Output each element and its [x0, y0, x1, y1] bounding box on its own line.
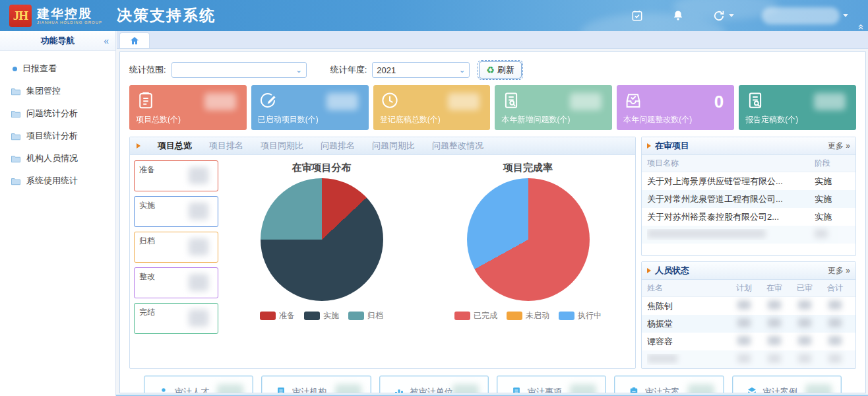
- button-audited-units[interactable]: 被审计单位: [379, 376, 489, 393]
- stat-card-rectified-issues[interactable]: 0 本年问题整改数(个): [617, 85, 734, 130]
- legend-item[interactable]: 执行中: [559, 310, 602, 321]
- tab-issue-yoy[interactable]: 问题同期比: [372, 140, 415, 152]
- more-link[interactable]: 更多 »: [828, 265, 850, 277]
- value-redacted: [798, 354, 811, 363]
- sidebar-item-daily-report[interactable]: 日报查看: [0, 57, 115, 80]
- legend-item[interactable]: 归档: [348, 310, 383, 321]
- sidebar-item-org-staff[interactable]: 机构人员情况: [0, 147, 115, 170]
- chart-row: 准备 实施 归档 整改: [130, 155, 635, 337]
- value-redacted: [570, 93, 602, 110]
- legend-item[interactable]: 准备: [260, 310, 295, 321]
- page-title: 决策支持系统: [117, 5, 216, 26]
- stat-card-value: 0: [714, 92, 724, 112]
- table-row[interactable]: 关于对常州龙泉管道工程有限公司... 实施: [642, 190, 855, 208]
- button-audit-organization[interactable]: 审计机构: [261, 376, 371, 393]
- table-row[interactable]: 焦陈钊: [642, 297, 855, 315]
- button-audit-cases[interactable]: 审计案例: [732, 376, 842, 393]
- button-audit-matters[interactable]: 审计事项: [497, 376, 606, 393]
- sidebar-item-group-control[interactable]: 集团管控: [0, 80, 115, 102]
- table-row[interactable]: 谭容容: [642, 333, 855, 350]
- table-row-clipped[interactable]: [642, 350, 855, 368]
- content-panel: 统计范围: ⌄ 统计年度: 2021 ⌄ ♻ 刷新: [119, 51, 866, 393]
- bullet-dot-icon: [13, 67, 17, 71]
- button-label: 审计方案: [645, 386, 679, 393]
- tab-project-overview[interactable]: 项目总览: [158, 140, 192, 152]
- refresh-button[interactable]: ♻ 刷新: [479, 61, 522, 79]
- sidebar-item-label: 日报查看: [22, 63, 57, 75]
- sidebar-item-system-usage[interactable]: 系统使用统计: [0, 170, 115, 192]
- value-redacted: [452, 384, 479, 393]
- pie-completion-rate[interactable]: [467, 178, 590, 301]
- sidebar-item-label: 系统使用统计: [26, 175, 78, 187]
- value-redacted: [189, 310, 208, 327]
- pie-project-distribution[interactable]: [261, 178, 383, 301]
- tab-home[interactable]: [119, 32, 150, 48]
- stat-cards-row: 项目总数(个) 已启动项目数(个) 登记底稿总数(个): [129, 85, 856, 130]
- year-select[interactable]: 2021 ⌄: [372, 62, 470, 78]
- tab-issue-rectification[interactable]: 问题整改情况: [432, 140, 483, 152]
- tab-project-yoy[interactable]: 项目同期比: [261, 140, 303, 152]
- legend-item[interactable]: 未启动: [507, 310, 549, 321]
- button-audit-plan[interactable]: 审计方案: [614, 376, 724, 393]
- table-row[interactable]: 关于对苏州裕景泰控股有限公司2... 实施: [642, 208, 855, 226]
- clipboard-icon: [628, 386, 640, 393]
- value-redacted: [828, 354, 842, 363]
- pie-chart-project-distribution: 在审项目分布 准备 实施: [218, 160, 425, 334]
- legend-item[interactable]: 实施: [304, 310, 339, 321]
- value-redacted: [204, 93, 236, 110]
- stat-card-registered-drafts[interactable]: 登记底稿总数(个): [373, 85, 491, 130]
- sidebar-collapse-icon[interactable]: «: [104, 36, 109, 46]
- bar-chart-icon: [393, 386, 405, 393]
- user-menu[interactable]: [762, 7, 848, 24]
- tab-issue-ranking[interactable]: 问题排名: [321, 140, 355, 152]
- stat-card-label: 报告定稿数(个): [745, 114, 798, 125]
- stat-card-started-projects[interactable]: 已启动项目数(个): [251, 85, 369, 130]
- year-select-value: 2021: [377, 65, 396, 75]
- tab-strip: [117, 31, 868, 49]
- stat-card-total-projects[interactable]: 项目总数(个): [129, 85, 247, 130]
- home-icon: [129, 36, 140, 46]
- scope-select[interactable]: ⌄: [171, 62, 307, 78]
- panel-title: 人员状态: [655, 265, 689, 277]
- button-label: 审计案例: [763, 386, 797, 393]
- recycle-icon: ♻: [486, 65, 495, 75]
- stat-card-final-reports[interactable]: 报告定稿数(个): [739, 85, 856, 130]
- sidebar-item-issue-stats[interactable]: 问题统计分析: [0, 102, 115, 125]
- stage-box-rectify: 整改: [134, 267, 218, 298]
- main-area: 统计范围: ⌄ 统计年度: 2021 ⌄ ♻ 刷新: [117, 31, 868, 396]
- chevron-down-icon: ⌄: [295, 66, 301, 75]
- tab-project-ranking[interactable]: 项目排名: [209, 140, 243, 152]
- folder-icon: [11, 154, 21, 163]
- legend-swatch: [348, 312, 364, 320]
- stat-card-new-issues[interactable]: 本年新增问题数(个): [495, 85, 612, 130]
- scope-label: 统计范围:: [129, 64, 166, 76]
- button-label: 审计人才: [175, 386, 209, 393]
- button-audit-talent[interactable]: 审计人才: [144, 376, 253, 393]
- sidebar-title: 功能导航: [41, 35, 75, 47]
- cube-icon: [746, 386, 758, 393]
- text-redacted: [647, 229, 766, 238]
- sidebar-item-project-stats[interactable]: 项目统计分析: [0, 125, 115, 147]
- legend-swatch: [559, 312, 574, 320]
- stage-box-complete: 完结: [134, 303, 218, 334]
- stage-box-prepare: 准备: [134, 160, 218, 191]
- pie-chart-completion-rate: 项目完成率 已完成 未启动: [425, 160, 631, 334]
- doc-wrench-icon: [745, 90, 765, 110]
- legend-item[interactable]: 已完成: [454, 310, 497, 321]
- value-redacted: [828, 336, 842, 345]
- clock-icon: [380, 90, 400, 110]
- table-row[interactable]: 杨振堂: [642, 315, 855, 333]
- table-row-clipped[interactable]: [642, 226, 855, 244]
- value-redacted: [189, 274, 208, 291]
- active-tab-marker-icon: [137, 143, 140, 148]
- panel-staff-status: 人员状态 更多 » 姓名 计划 在审 已审 合计 焦陈钊: [641, 261, 856, 369]
- table-row[interactable]: 关于对上海景厚供应链管理有限公... 实施: [642, 172, 855, 190]
- value-redacted: [688, 384, 714, 393]
- value-redacted: [737, 336, 751, 345]
- filter-bar: 统计范围: ⌄ 统计年度: 2021 ⌄ ♻ 刷新: [129, 60, 856, 80]
- table-body: 关于对上海景厚供应链管理有限公... 实施 关于对常州龙泉管道工程有限公司...…: [642, 172, 855, 255]
- collapse-header-icon[interactable]: «: [857, 24, 865, 30]
- value-redacted: [737, 318, 751, 327]
- more-link[interactable]: 更多 »: [828, 141, 850, 152]
- stat-card-label: 本年问题整改数(个): [623, 114, 692, 125]
